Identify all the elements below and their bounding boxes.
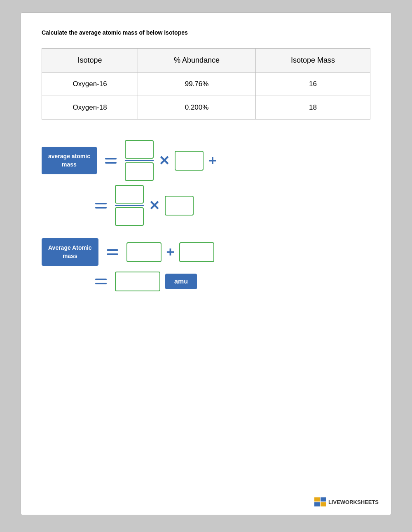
times-sign-1: ✕ [159, 153, 170, 169]
calc-area: average atomicmass ✕ + [42, 136, 370, 295]
col-header-mass: Isotope Mass [255, 49, 370, 73]
final-answer-input[interactable] [115, 272, 160, 291]
calc-row-4: amu [42, 272, 370, 291]
fraction-numerator-1[interactable] [125, 140, 154, 159]
fraction-1 [125, 140, 154, 181]
col-header-isotope: Isotope [42, 49, 138, 73]
mass-2: 18 [255, 96, 370, 120]
brand-icon [314, 497, 326, 506]
equals-1 [105, 158, 117, 164]
brand-name: LIVEWORKSHEETS [328, 499, 379, 505]
plus-sign-2: + [166, 244, 175, 260]
isotope-name-2: Oxygen-18 [42, 96, 138, 120]
equals-3 [107, 249, 118, 255]
mass-input-1[interactable] [175, 151, 204, 171]
times-sign-2: ✕ [149, 198, 160, 213]
mass-input-2[interactable] [165, 196, 194, 216]
brand-footer: LIVEWORKSHEETS [314, 497, 379, 506]
sum-input-1[interactable] [126, 242, 162, 262]
fraction-2 [115, 185, 144, 226]
equals-4 [95, 279, 107, 284]
instruction-text: Calculate the average atomic mass of bel… [42, 29, 370, 36]
calc-row-1: average atomicmass ✕ + [42, 140, 370, 181]
isotope-table: Isotope % Abundance Isotope Mass Oxygen-… [42, 48, 370, 120]
abundance-2: 0.200% [138, 96, 256, 120]
fraction-numerator-2[interactable] [115, 185, 144, 204]
abundance-1: 99.76% [138, 73, 256, 96]
plus-sign-1: + [208, 152, 217, 169]
calc-row-3: Average Atomicmass + [42, 238, 370, 266]
equals-2 [95, 203, 107, 209]
sum-input-2[interactable] [179, 242, 214, 262]
table-row: Oxygen-18 0.200% 18 [42, 96, 370, 120]
col-header-abundance: % Abundance [138, 49, 256, 73]
avg-mass-label-2: Average Atomicmass [42, 238, 98, 266]
worksheet-page: Calculate the average atomic mass of bel… [21, 12, 391, 515]
amu-label: amu [165, 274, 197, 289]
avg-mass-label-1: average atomicmass [42, 147, 97, 174]
mass-1: 16 [255, 73, 370, 96]
table-row: Oxygen-16 99.76% 16 [42, 73, 370, 96]
calc-row-2: ✕ [42, 185, 370, 226]
fraction-denominator-1[interactable] [125, 162, 154, 181]
fraction-denominator-2[interactable] [115, 207, 144, 226]
isotope-name-1: Oxygen-16 [42, 73, 138, 96]
